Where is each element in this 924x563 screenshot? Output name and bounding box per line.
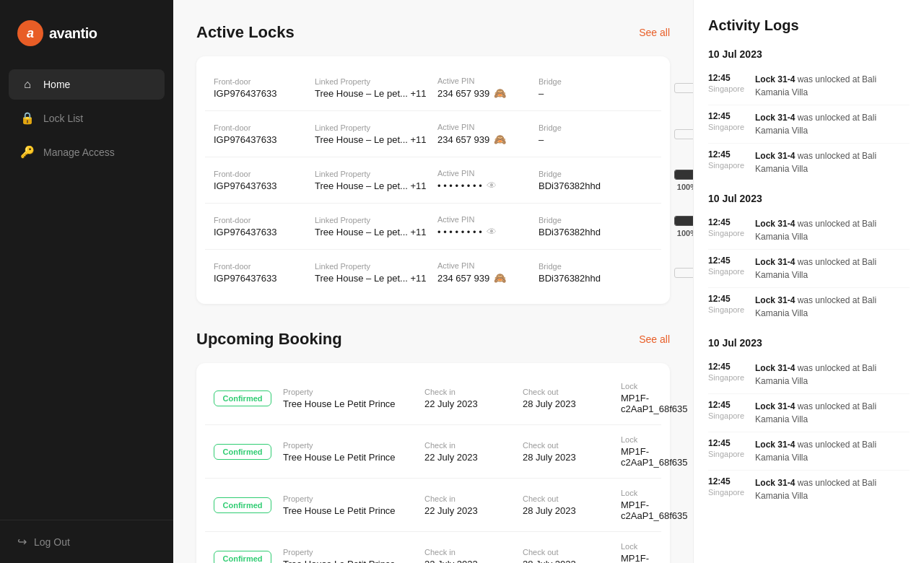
lock-battery (640, 268, 693, 278)
booking-checkout-field: Check out 28 July 2023 (523, 548, 609, 564)
booking-status-badge: Confirmed (214, 497, 271, 513)
battery-percent: 100% (677, 183, 693, 191)
activity-lock-name: Lock 31-4 (755, 363, 795, 373)
sidebar-item-manage-access[interactable]: 🔑 Manage Access (9, 136, 165, 167)
sidebar: a avantio ⌂ Home 🔒 Lock List 🔑 Manage Ac… (0, 0, 173, 563)
battery-percent: 100% (677, 229, 693, 237)
active-locks-title: Active Locks (196, 23, 295, 42)
lock-type-field: Front-door IGP976437633 (214, 170, 315, 191)
booking-checkin-field: Check in 22 July 2023 (424, 441, 511, 463)
activity-time: 12:45 (708, 111, 748, 121)
lock-bridge-field: Bridge BDi376382hhd (539, 262, 640, 284)
sidebar-footer: ↪ Log Out (0, 520, 173, 563)
booking-status-badge: Confirmed (214, 390, 271, 406)
sidebar-item-lock-list[interactable]: 🔒 Lock List (9, 102, 165, 134)
logout-label: Log Out (34, 536, 70, 548)
lock-type-field: Front-door IGP976437633 (214, 77, 315, 99)
activity-lock-name: Lock 31-4 (755, 219, 795, 229)
lock-battery (640, 83, 693, 93)
logo-icon: a (17, 20, 43, 46)
activity-lock-name: Lock 31-4 (755, 113, 795, 123)
activity-panel: Activity Logs 10 Jul 2023 12:45 Singapor… (693, 0, 924, 563)
lock-card[interactable]: Front-door IGP976437633 Linked Property … (205, 111, 661, 157)
lock-type-field: Front-door IGP976437633 (214, 216, 315, 237)
activity-item: 12:45 Singapore Lock 31-4 was unlocked a… (708, 144, 910, 181)
lock-pin-field: Active PIN 234 657 939 🙈 (437, 77, 539, 99)
activity-description: Lock 31-4 was unlocked at BaliKamania Vi… (755, 217, 876, 243)
booking-card[interactable]: Confirmed Property Tree House Le Petit P… (205, 372, 661, 425)
activity-location: Singapore (708, 229, 748, 237)
activity-time: 12:45 (708, 294, 748, 304)
sidebar-item-home[interactable]: ⌂ Home (9, 69, 165, 100)
pin-toggle-icon[interactable]: 🙈 (494, 134, 506, 145)
active-locks-see-all[interactable]: See all (639, 27, 670, 38)
lock-property-field: Linked Property Tree House – Le pet... +… (315, 216, 437, 237)
activity-date-group: 10 Jul 2023 12:45 Singapore Lock 31-4 wa… (708, 337, 910, 508)
booking-lock-field: Lock MP1F-c2AaP1_68f635 (621, 489, 688, 521)
battery-icon (674, 129, 693, 139)
booking-card[interactable]: Confirmed Property Tree House Le Petit P… (205, 425, 661, 479)
activity-description: Lock 31-4 was unlocked at BaliKamania Vi… (755, 111, 876, 137)
activity-description: Lock 31-4 was unlocked at BaliKamania Vi… (755, 362, 876, 388)
lock-property-field: Linked Property Tree House – Le pet... +… (315, 77, 437, 99)
activity-time: 12:45 (708, 73, 748, 83)
activity-item: 12:45 Singapore Lock 31-4 was unlocked a… (708, 394, 910, 432)
booking-lock-field: Lock MP1F-c2AaP1_68f635 (621, 382, 688, 414)
pin-value: 234 657 939 (437, 273, 489, 284)
lock-property-field: Linked Property Tree House – Le pet... +… (315, 123, 437, 145)
activity-time-col: 12:45 Singapore (708, 256, 748, 276)
booking-checkout-field: Check out 28 July 2023 (523, 388, 609, 409)
lock-card[interactable]: Front-door IGP976437633 Linked Property … (205, 204, 661, 250)
activity-time: 12:45 (708, 256, 748, 266)
lock-card[interactable]: Front-door IGP976437633 Linked Property … (205, 157, 661, 204)
activity-lock-name: Lock 31-4 (755, 295, 795, 305)
activity-item: 12:45 Singapore Lock 31-4 was unlocked a… (708, 288, 910, 326)
booking-card[interactable]: Confirmed Property Tree House Le Petit P… (205, 532, 661, 563)
lock-battery: 100% (640, 216, 693, 237)
pin-toggle-icon[interactable]: 👁 (487, 226, 497, 237)
lock-battery (640, 129, 693, 139)
activity-date-label: 10 Jul 2023 (708, 193, 910, 204)
activity-time-col: 12:45 Singapore (708, 217, 748, 237)
activity-description: Lock 31-4 was unlocked at BaliKamania Vi… (755, 149, 876, 175)
booking-lock-field: Lock MP1F-c2AaP1_68f635 (621, 542, 688, 563)
lock-bridge-field: Bridge BDi376382hhd (539, 170, 640, 191)
activity-time-col: 12:45 Singapore (708, 149, 748, 170)
booking-lock-field: Lock MP1F-c2AaP1_68f635 (621, 435, 688, 468)
lock-card[interactable]: Front-door IGP976437633 Linked Property … (205, 65, 661, 111)
booking-list: Confirmed Property Tree House Le Petit P… (196, 363, 670, 563)
activity-time: 12:45 (708, 217, 748, 227)
logout-button[interactable]: ↪ Log Out (17, 535, 156, 549)
home-icon: ⌂ (20, 78, 35, 91)
activity-time-col: 12:45 Singapore (708, 294, 748, 314)
activity-time-col: 12:45 Singapore (708, 73, 748, 93)
activity-location: Singapore (708, 373, 748, 382)
activity-location: Singapore (708, 267, 748, 276)
booking-checkin-field: Check in 22 July 2023 (424, 494, 511, 516)
pin-toggle-icon[interactable]: 🙈 (494, 87, 506, 99)
activity-location: Singapore (708, 84, 748, 93)
booking-status-badge: Confirmed (214, 551, 271, 564)
activity-location: Singapore (708, 305, 748, 314)
activity-description: Lock 31-4 was unlocked at BaliKamania Vi… (755, 294, 876, 320)
activity-lock-name: Lock 31-4 (755, 151, 795, 161)
pin-toggle-icon[interactable]: 👁 (487, 180, 497, 191)
pin-toggle-icon[interactable]: 🙈 (494, 272, 506, 284)
battery-icon (674, 170, 693, 180)
sidebar-label-lock-list: Lock List (43, 113, 83, 124)
activity-location: Singapore (708, 411, 748, 420)
lock-card[interactable]: Front-door IGP976437633 Linked Property … (205, 250, 661, 295)
activity-lock-name: Lock 31-4 (755, 401, 795, 411)
activity-time-col: 12:45 Singapore (708, 476, 748, 497)
booking-property-field: Property Tree House Le Petit Prince (283, 388, 413, 409)
lock-type-field: Front-door IGP976437633 (214, 123, 315, 145)
activity-date-group: 10 Jul 2023 12:45 Singapore Lock 31-4 wa… (708, 48, 910, 181)
activity-time: 12:45 (708, 362, 748, 372)
upcoming-booking-see-all[interactable]: See all (639, 333, 670, 345)
lock-battery: 100% (640, 170, 693, 191)
logo-text: avantio (49, 25, 97, 42)
activity-item: 12:45 Singapore Lock 31-4 was unlocked a… (708, 471, 910, 508)
lock-pin-field: Active PIN 234 657 939 🙈 (437, 261, 539, 284)
main-content: Active Locks See all Front-door IGP97643… (173, 0, 693, 563)
booking-card[interactable]: Confirmed Property Tree House Le Petit P… (205, 479, 661, 532)
